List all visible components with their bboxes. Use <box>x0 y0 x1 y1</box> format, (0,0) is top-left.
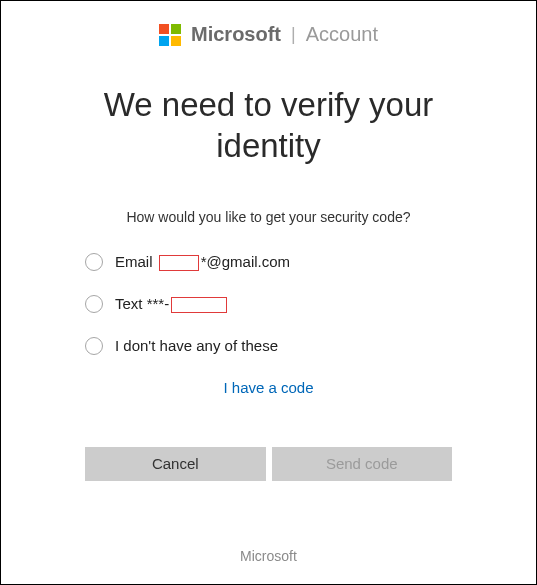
option-email-label: Email *@gmail.com <box>115 253 290 271</box>
radio-icon <box>85 337 103 355</box>
option-email[interactable]: Email *@gmail.com <box>85 253 536 271</box>
option-none[interactable]: I don't have any of these <box>85 337 536 355</box>
footer-text: Microsoft <box>1 548 536 564</box>
option-none-label: I don't have any of these <box>115 337 278 354</box>
page-title: We need to verify your identity <box>1 54 536 167</box>
redacted-box <box>159 255 199 271</box>
header: Microsoft | Account <box>1 1 536 54</box>
have-code-row: I have a code <box>1 379 536 397</box>
options-group: Email *@gmail.com Text ***- I don't have… <box>85 253 536 355</box>
radio-icon <box>85 253 103 271</box>
header-section: Account <box>306 23 378 46</box>
header-divider: | <box>291 24 296 45</box>
microsoft-logo-icon <box>159 24 181 46</box>
option-text[interactable]: Text ***- <box>85 295 536 313</box>
option-text-label: Text ***- <box>115 295 229 313</box>
brand-text: Microsoft <box>191 23 281 46</box>
redacted-box <box>171 297 227 313</box>
send-code-button[interactable]: Send code <box>272 447 453 481</box>
radio-icon <box>85 295 103 313</box>
have-code-link[interactable]: I have a code <box>223 379 313 396</box>
cancel-button[interactable]: Cancel <box>85 447 266 481</box>
prompt-text: How would you like to get your security … <box>1 209 536 225</box>
button-row: Cancel Send code <box>85 447 452 481</box>
